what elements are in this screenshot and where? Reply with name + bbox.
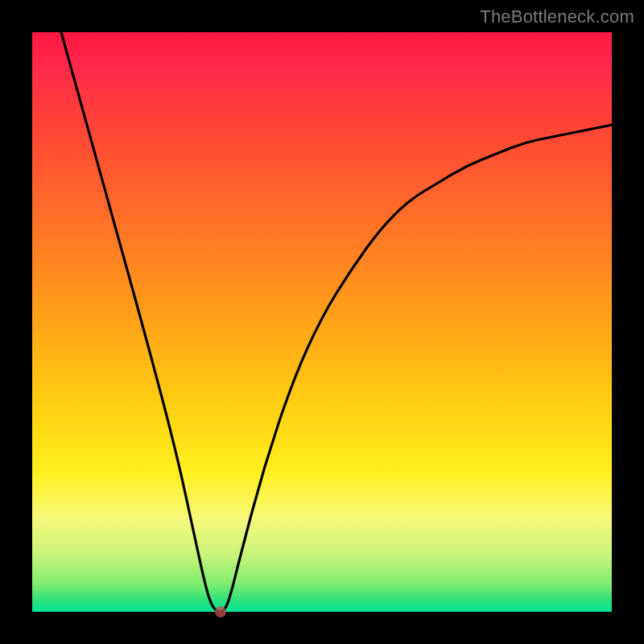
attribution-text: TheBottleneck.com: [480, 6, 634, 27]
bottleneck-curve: [61, 32, 612, 612]
plot-area: [32, 32, 612, 612]
curve-svg: [32, 32, 612, 612]
minimum-marker: [215, 606, 226, 617]
chart-frame: TheBottleneck.com: [0, 0, 644, 644]
